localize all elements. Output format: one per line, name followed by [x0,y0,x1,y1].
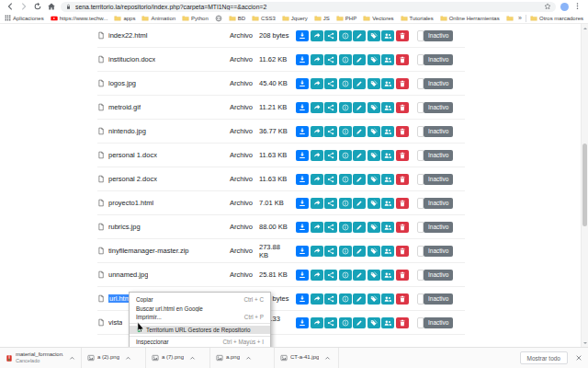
inactive-button[interactable]: Inactivo [424,78,453,89]
users-button[interactable] [381,270,394,281]
status-toggle[interactable] [417,222,424,233]
info-button[interactable] [339,102,352,113]
chevron-up-icon[interactable] [324,355,331,362]
edit-button[interactable] [353,30,366,41]
bookmark-item[interactable]: apps [114,15,135,22]
avatar[interactable] [560,3,569,11]
tags-button[interactable] [368,78,380,89]
download-button[interactable] [296,246,309,257]
edit-button[interactable] [353,54,366,65]
status-toggle[interactable] [417,78,424,89]
show-all-downloads-button[interactable]: Mostrar todo [520,351,569,364]
forward-button[interactable] [311,293,323,305]
download-item[interactable]: a (2).png [82,348,146,368]
delete-button[interactable] [396,222,409,233]
status-toggle[interactable] [417,293,424,305]
delete-button[interactable] [396,198,409,209]
forward-button[interactable] [311,126,323,137]
edit-button[interactable] [353,126,366,137]
delete-button[interactable] [396,78,409,89]
context-menu-item[interactable]: Buscar url.html en Google [130,305,270,314]
share-button[interactable] [324,174,337,185]
delete-button[interactable] [396,150,409,161]
edit-button[interactable] [353,270,366,281]
scrollbar[interactable] [581,24,588,348]
file-name[interactable]: vista [108,318,122,327]
info-button[interactable] [339,293,352,305]
forward-button[interactable] [311,198,323,209]
inactive-button[interactable]: Inactivo [424,102,453,113]
info-button[interactable] [339,270,352,281]
forward-button[interactable] [311,270,323,281]
tags-button[interactable] [368,174,380,185]
tags-button[interactable] [368,293,380,305]
status-toggle[interactable] [417,246,424,257]
download-button[interactable] [296,78,309,89]
file-name[interactable]: unnamed.jpg [108,270,148,279]
share-button[interactable] [324,78,337,89]
tags-button[interactable] [368,198,380,209]
bookmark-item[interactable]: Animation [141,15,175,22]
edit-button[interactable] [353,198,366,209]
forward-button[interactable] [311,222,323,233]
reload-icon[interactable] [33,2,42,11]
share-button[interactable] [324,222,337,233]
delete-button[interactable] [396,102,409,113]
close-downloads-icon[interactable] [575,354,582,362]
download-button[interactable] [296,270,309,281]
info-button[interactable] [339,317,352,328]
star-icon[interactable] [544,3,551,10]
status-toggle[interactable] [417,30,424,41]
edit-button[interactable] [353,246,366,257]
forward-icon[interactable] [19,2,28,11]
download-button[interactable] [296,126,309,137]
status-toggle[interactable] [417,54,424,65]
inactive-button[interactable]: Inactivo [424,126,453,137]
download-button[interactable] [296,102,309,113]
users-button[interactable] [381,102,394,113]
download-item[interactable]: material_formacion...zipCancelado [0,348,82,368]
inactive-button[interactable]: Inactivo [424,270,453,281]
info-button[interactable] [339,246,352,257]
context-menu-item[interactable]: InspeccionarCtrl + Mayús + I [130,338,270,347]
delete-button[interactable] [396,246,409,257]
bookmark-item[interactable]: Online Herramientas [440,15,500,22]
inactive-button[interactable]: Inactivo [424,246,453,257]
status-toggle[interactable] [417,317,424,328]
tags-button[interactable] [368,102,380,113]
edit-button[interactable] [353,174,366,185]
bookmark-item[interactable] [215,15,222,22]
file-name[interactable]: nintendo.jpg [108,127,146,135]
share-button[interactable] [324,198,337,209]
forward-button[interactable] [311,150,323,161]
share-button[interactable] [324,30,337,41]
scroll-down-icon[interactable] [583,342,587,346]
delete-button[interactable] [396,293,409,305]
bookmark-item[interactable]: Jquery [282,15,308,22]
users-button[interactable] [381,222,394,233]
info-button[interactable] [339,78,352,89]
info-button[interactable] [339,30,352,41]
bookmarks-overflow-icon[interactable]: » [518,15,522,21]
tags-button[interactable] [368,54,380,65]
file-name[interactable]: tinyfilemanager-master.zip [108,247,189,255]
edit-button[interactable] [353,317,366,328]
context-menu-item[interactable]: CopiarCtrl + C [130,295,270,305]
back-icon[interactable] [6,2,15,11]
context-menu-item[interactable]: Imprimir...Ctrl + P [130,313,270,322]
download-button[interactable] [296,222,309,233]
context-menu-item[interactable]: Territorium URL Gestores de Repositorio [130,326,270,335]
edit-button[interactable] [353,102,366,113]
download-button[interactable] [296,317,309,328]
users-button[interactable] [381,317,394,328]
bookmark-item[interactable]: BD [229,15,245,22]
bookmark-item[interactable]: https://www.techw... [51,15,108,22]
users-button[interactable] [381,150,394,161]
download-item[interactable]: CT-a-41.jpg [275,348,339,368]
download-button[interactable] [296,198,309,209]
chevron-up-icon[interactable] [189,355,196,362]
file-name[interactable]: proyecto1.html [108,199,153,207]
forward-button[interactable] [311,174,323,185]
tags-button[interactable] [368,30,380,41]
users-button[interactable] [381,78,394,89]
